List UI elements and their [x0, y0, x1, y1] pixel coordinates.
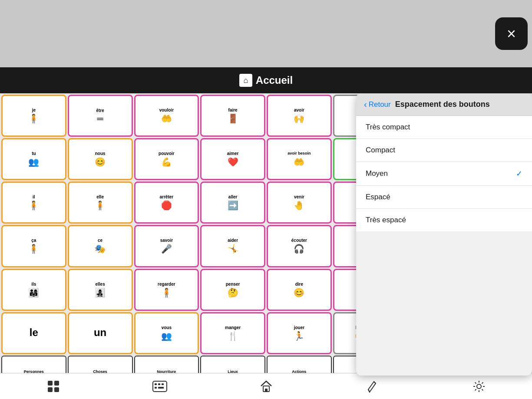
cell-etre[interactable]: être ═ — [68, 95, 133, 137]
svg-rect-2 — [48, 387, 53, 392]
bottom-toolbar — [0, 373, 532, 399]
main-area: ⌂ Accueil je 🧍 être ═ vouloir 🤲 faire 🚪 — [0, 67, 532, 399]
cell-dire[interactable]: dire 😊 — [267, 269, 332, 311]
option-moyen[interactable]: Moyen ✓ — [356, 162, 532, 186]
svg-rect-12 — [265, 389, 268, 392]
option-compact[interactable]: Compact — [356, 139, 532, 162]
svg-rect-1 — [54, 381, 59, 386]
cell-il[interactable]: il 🧍 — [1, 181, 66, 224]
option-tres-espace[interactable]: Très espacé — [356, 209, 532, 231]
content-row: je 🧍 être ═ vouloir 🤲 faire 🚪 avoir 🙌 po… — [0, 93, 532, 399]
cell-venir[interactable]: venir 🤚 — [267, 181, 332, 224]
cell-ecouter[interactable]: écouter 🎧 — [267, 225, 332, 267]
cell-le[interactable]: le — [1, 312, 66, 354]
edit-button[interactable] — [364, 378, 381, 395]
cell-je[interactable]: je 🧍 — [1, 95, 66, 137]
svg-rect-5 — [155, 383, 157, 385]
cell-avoir-besoin[interactable]: avoir besoin 🤲 — [267, 138, 332, 180]
svg-point-13 — [477, 384, 481, 389]
cell-vous[interactable]: vous 👥 — [134, 312, 199, 354]
svg-rect-10 — [162, 387, 164, 389]
back-button[interactable]: ‹ Retour — [364, 99, 391, 109]
cell-elles[interactable]: elles 👩‍👧‍👦 — [68, 269, 133, 311]
svg-rect-0 — [48, 381, 53, 386]
svg-rect-4 — [153, 381, 167, 392]
cell-ce[interactable]: ce 🎭 — [68, 225, 133, 267]
dropdown-options-list: Très compact Compact Moyen ✓ Espacé Très… — [356, 116, 532, 231]
grid-view-button[interactable] — [45, 378, 62, 395]
cell-un[interactable]: un — [68, 312, 133, 354]
cell-ils[interactable]: ils 👨‍👩‍👧 — [1, 269, 66, 311]
option-espace[interactable]: Espacé — [356, 186, 532, 209]
checkmark-icon: ✓ — [516, 169, 522, 178]
svg-rect-8 — [155, 387, 157, 389]
cell-penser[interactable]: penser 🤔 — [200, 269, 265, 311]
cell-vouloir[interactable]: vouloir 🤲 — [134, 95, 199, 137]
cell-avoir[interactable]: avoir 🙌 — [267, 95, 332, 137]
cell-aimer[interactable]: aimer ❤️ — [200, 138, 265, 180]
cell-faire[interactable]: faire 🚪 — [200, 95, 265, 137]
cell-tu[interactable]: tu 👥 — [1, 138, 66, 180]
cell-manger[interactable]: manger 🍴 — [200, 312, 265, 354]
close-button[interactable]: × — [495, 17, 528, 50]
home-button[interactable] — [258, 378, 275, 395]
spacing-dropdown-panel: ‹ Retour Espacement des boutons Très com… — [356, 93, 532, 376]
keyboard-button[interactable] — [151, 378, 169, 395]
cell-elle[interactable]: elle 🧍 — [68, 181, 133, 224]
svg-rect-7 — [162, 383, 164, 385]
cell-aller[interactable]: aller ➡️ — [200, 181, 265, 224]
top-bar: × — [0, 0, 532, 67]
cell-regarder[interactable]: regarder 🧍 — [134, 269, 199, 311]
svg-rect-3 — [54, 387, 59, 392]
cell-nous[interactable]: nous 😊 — [68, 138, 133, 180]
back-arrow-icon: ‹ — [364, 99, 367, 109]
cell-pouvoir[interactable]: pouvoir 💪 — [134, 138, 199, 180]
cell-arreter[interactable]: arrêter 🛑 — [134, 181, 199, 224]
app-title: ⌂ Accueil — [239, 74, 293, 87]
header-bar: ⌂ Accueil — [0, 67, 532, 93]
dropdown-header: ‹ Retour Espacement des boutons — [356, 93, 532, 116]
home-icon: ⌂ — [239, 74, 252, 87]
cell-aider[interactable]: aider 🤸 — [200, 225, 265, 267]
cell-savoir[interactable]: savoir 🎤 — [134, 225, 199, 267]
svg-rect-6 — [158, 383, 160, 385]
cell-ca[interactable]: ça 🧍 — [1, 225, 66, 267]
option-tres-compact[interactable]: Très compact — [356, 116, 532, 139]
cell-jouer[interactable]: jouer 🏃 — [267, 312, 332, 354]
dropdown-title: Espacement des boutons — [395, 100, 490, 109]
settings-button[interactable] — [470, 378, 488, 395]
